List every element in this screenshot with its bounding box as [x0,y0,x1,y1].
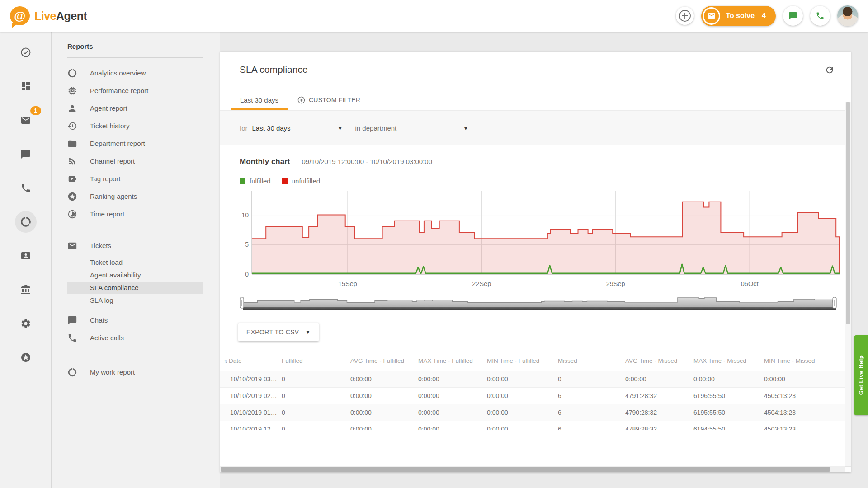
chats-button[interactable] [783,6,803,26]
chart-date-range: 09/10/2019 12:00:00 - 10/10/2019 03:00:0… [302,158,432,165]
table-cell: 0 [282,375,350,383]
rail-gamification-button[interactable] [15,347,37,368]
tab-last-30-days[interactable]: Last 30 days [231,89,288,110]
table-row[interactable]: 10/10/2019 03…00:00:000:00:000:00:0000:0… [220,371,851,388]
sidebar-item-ticket-history[interactable]: Ticket history [52,117,220,135]
sidebar-item-channel-report[interactable]: Channel report [52,152,220,170]
chat-icon [67,315,77,325]
table-cell: 0:00:00 [487,392,558,399]
svg-text:10: 10 [241,211,249,219]
column-header[interactable]: AVG Time - Missed [625,357,693,364]
sidebar-item-tag-report[interactable]: Tag report [52,170,220,188]
logo-bubble-icon: @ [10,6,30,25]
refresh-button[interactable] [825,65,835,77]
table-cell: 6 [558,392,625,399]
sidebar-subitem-sla-log[interactable]: SLA log [67,294,203,307]
column-header[interactable]: ↑↓Date [220,357,282,364]
column-header[interactable]: Fulfilled [282,357,350,364]
sidebar-item-label: Ticket history [90,122,130,130]
reports-sidebar: Reports Analytics overview Performance r… [52,32,220,488]
to-solve-count: 4 [762,12,766,20]
column-header[interactable]: MAX Time - Fulfilled [418,357,487,364]
table-row[interactable]: 10/10/2019 01…00:00:000:00:000:00:006479… [220,404,851,421]
refresh-icon [825,65,835,75]
mail-icon [20,115,31,126]
user-avatar[interactable] [837,5,858,26]
help-tab-label: Get Live Help [858,355,864,395]
slider-handle-left[interactable] [240,297,244,308]
table-row[interactable]: 10/10/2019 02…00:00:000:00:000:00:006479… [220,388,851,404]
sidebar-item-performance-report[interactable]: Performance report [52,82,220,99]
get-live-help-tab[interactable]: Get Live Help [854,335,868,415]
phone-icon [20,183,31,193]
table-cell: 0:00:00 [418,409,487,416]
bank-icon [20,284,31,295]
scrollbar-corner [845,466,851,472]
column-header[interactable]: AVG Time - Fulfilled [350,357,418,364]
table-cell: 0:00:00 [418,426,487,430]
export-to-csv-button[interactable]: EXPORT TO CSV ▼ [238,323,319,341]
slider-handle-right[interactable] [833,297,836,308]
sidebar-subitem-agent-availability[interactable]: Agent availability [67,269,203,282]
legend-swatch-green [240,178,245,184]
star-circle-icon [20,352,31,363]
date-range-dropdown[interactable]: Last 30 days ▼ [252,124,343,132]
column-header[interactable]: MIN Time - Missed [764,357,851,364]
tab-custom-filter[interactable]: CUSTOM FILTER [288,89,370,110]
calls-button[interactable] [810,6,830,26]
horizontal-scrollbar-thumb[interactable] [221,467,830,472]
sidebar-subitem-ticket-load[interactable]: Ticket load [67,256,203,269]
table-cell: 4505:13:23 [764,392,851,399]
vertical-scrollbar[interactable] [845,102,851,472]
sidebar-item-analytics-overview[interactable]: Analytics overview [52,64,220,82]
sidebar-item-label: Tag report [90,175,121,183]
sidebar-item-label: Agent report [90,104,127,112]
table-cell: 10/10/2019 12… [220,426,282,430]
table-cell: 0:00:00 [350,392,418,399]
rail-settings-button[interactable] [15,313,37,334]
report-tabs: Last 30 days CUSTOM FILTER [220,89,851,110]
sidebar-item-agent-report[interactable]: Agent report [52,99,220,117]
donut-chart-icon [67,367,77,377]
sidebar-subitem-sla-compliance[interactable]: SLA compliance [67,282,203,294]
sort-arrows-icon[interactable]: ↑↓ [224,358,227,364]
table-cell: 4503:13:23 [764,426,851,430]
export-label: EXPORT TO CSV [246,328,299,336]
rail-reports-button[interactable] [15,211,37,233]
gear-icon [20,318,31,329]
table-row[interactable]: 10/10/2019 12…00:00:000:00:000:00:006478… [220,421,851,430]
sidebar-group-active-calls[interactable]: Active calls [52,329,220,347]
sidebar-group-tickets[interactable]: Tickets [52,237,220,254]
rail-tasks-button[interactable] [15,42,37,63]
legend-fulfilled: fulfilled [240,177,271,185]
sidebar-item-label: My work report [90,368,135,376]
column-header[interactable]: MIN Time - Fulfilled [487,357,558,364]
table-cell: 0 [558,375,625,383]
table-cell: 0:00:00 [418,392,487,399]
rail-billing-button[interactable] [15,279,37,300]
rail-calls-button[interactable] [15,177,37,199]
add-new-button[interactable] [676,7,694,25]
column-header[interactable]: MAX Time - Missed [693,357,764,364]
rail-dashboard-button[interactable] [15,75,37,97]
rail-tickets-button[interactable]: 1 [15,109,37,131]
sidebar-item-label: Channel report [90,157,135,165]
liveagent-logo[interactable]: @ LiveAgent [10,6,87,25]
chart-range-slider[interactable] [240,294,840,311]
chevron-down-icon: ▼ [305,329,310,335]
sidebar-item-time-report[interactable]: Time report [52,205,220,223]
sidebar-item-department-report[interactable]: Department report [52,135,220,152]
to-solve-button[interactable]: To solve 4 [701,6,776,26]
dashboard-icon [20,81,31,92]
column-header[interactable]: Missed [558,357,625,364]
sidebar-group-chats[interactable]: Chats [52,311,220,329]
sidebar-item-my-work-report[interactable]: My work report [52,363,220,381]
department-dropdown[interactable]: in department ▼ [355,124,468,132]
logo-at-glyph: @ [14,9,25,23]
rail-customers-button[interactable] [15,245,37,267]
horizontal-scrollbar[interactable] [220,466,845,472]
phone-icon [816,11,825,20]
sidebar-item-ranking-agents[interactable]: Ranking agents [52,188,220,205]
rail-chats-button[interactable] [15,143,37,165]
vertical-scrollbar-thumb[interactable] [846,102,850,324]
